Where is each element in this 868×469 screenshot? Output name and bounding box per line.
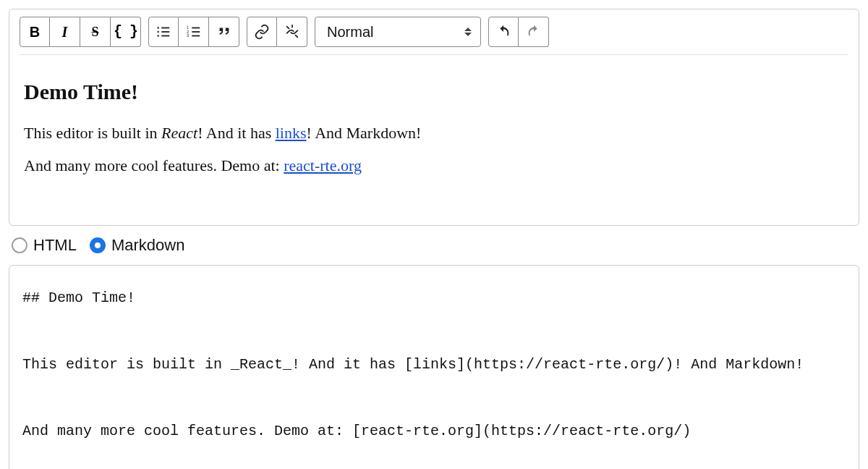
- italic-text: React: [161, 124, 197, 142]
- unlink-icon: [284, 24, 300, 40]
- editor-content[interactable]: Demo Time! This editor is built in React…: [20, 55, 848, 215]
- inline-style-group: B I S { }: [20, 17, 141, 47]
- link-button[interactable]: [247, 17, 277, 47]
- numbered-list-icon: 1 2 3: [186, 24, 202, 40]
- content-paragraph: And many more cool features. Demo at: re…: [24, 153, 844, 177]
- strikethrough-icon: S: [91, 25, 98, 38]
- ol-button[interactable]: 1 2 3: [179, 17, 209, 47]
- toolbar: B I S { }: [20, 17, 848, 55]
- editor-panel: B I S { }: [9, 9, 859, 226]
- svg-point-1: [157, 31, 158, 33]
- block-type-select[interactable]: Normal: [315, 17, 481, 47]
- text-span: And many more cool features. Demo at:: [24, 156, 284, 174]
- undo-button[interactable]: [488, 17, 519, 47]
- italic-button[interactable]: I: [50, 17, 80, 47]
- content-paragraph: This editor is built in React! And it ha…: [24, 121, 844, 145]
- link-group: [247, 17, 307, 47]
- svg-line-12: [286, 27, 289, 29]
- bold-icon: B: [30, 25, 40, 39]
- svg-text:3: 3: [186, 33, 188, 38]
- content-link[interactable]: react-rte.org: [284, 156, 362, 174]
- output-format-switch: HTML Markdown: [9, 226, 859, 265]
- select-caret-icon: [463, 17, 473, 46]
- redo-icon: [526, 24, 542, 40]
- radio-markdown-label[interactable]: Markdown: [111, 236, 184, 255]
- text-span: This editor is built in: [24, 124, 161, 142]
- svg-line-13: [295, 35, 297, 38]
- text-span: ! And Markdown!: [307, 124, 422, 142]
- redo-button[interactable]: [519, 17, 549, 47]
- history-group: [488, 17, 549, 47]
- radio-markdown[interactable]: [90, 237, 106, 253]
- radio-html-label[interactable]: HTML: [33, 236, 77, 255]
- code-button[interactable]: { }: [111, 17, 141, 47]
- bullet-list-icon: [156, 24, 171, 40]
- bold-button[interactable]: B: [20, 17, 50, 47]
- link-icon: [254, 24, 270, 40]
- content-link[interactable]: links: [276, 124, 307, 142]
- svg-point-0: [157, 27, 158, 28]
- block-type-value: Normal: [327, 24, 373, 41]
- content-heading: Demo Time!: [24, 75, 844, 108]
- radio-html[interactable]: [12, 237, 27, 253]
- code-icon: { }: [114, 25, 137, 39]
- block-style-group: 1 2 3: [148, 17, 239, 47]
- italic-icon: I: [62, 25, 68, 39]
- ul-button[interactable]: [148, 17, 179, 47]
- blockquote-button[interactable]: [209, 17, 239, 47]
- quote-icon: [216, 24, 232, 40]
- undo-icon: [495, 24, 511, 40]
- source-output[interactable]: ## Demo Time! This editor is built in _R…: [9, 265, 859, 469]
- strike-button[interactable]: S: [80, 17, 111, 47]
- text-span: ! And it has: [197, 124, 276, 142]
- unlink-button[interactable]: [277, 17, 307, 47]
- svg-point-2: [157, 35, 158, 36]
